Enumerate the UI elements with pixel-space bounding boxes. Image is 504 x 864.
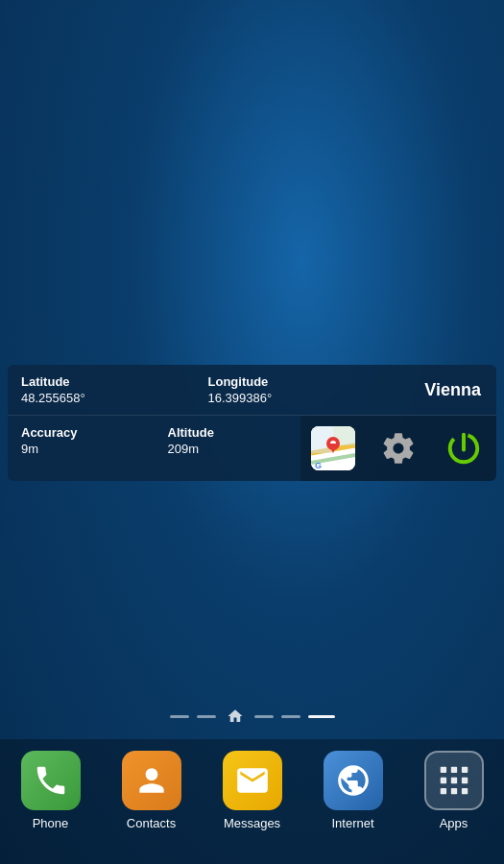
- home-icon: [227, 708, 244, 725]
- city-cell: Vienna: [381, 365, 496, 415]
- maps-icon: G: [311, 426, 355, 470]
- altitude-cell: Altitude 209m: [155, 416, 301, 481]
- power-icon: [445, 430, 482, 467]
- page-dot-4[interactable]: [254, 715, 274, 718]
- messages-label: Messages: [224, 816, 280, 830]
- svg-rect-18: [450, 788, 456, 794]
- page-indicator: [0, 705, 504, 728]
- phone-app-icon: [21, 751, 81, 810]
- internet-app-icon: [324, 751, 383, 810]
- longitude-value: 16.399386°: [208, 391, 369, 405]
- svg-rect-19: [461, 788, 467, 794]
- accuracy-label: Accuracy: [21, 425, 141, 440]
- latitude-label: Latitude: [21, 374, 181, 389]
- location-widget: Latitude 48.255658° Longitude 16.399386°…: [8, 365, 496, 481]
- svg-text:G: G: [315, 461, 322, 470]
- svg-rect-14: [440, 778, 445, 783]
- apps-app-icon: [424, 751, 484, 810]
- altitude-label: Altitude: [168, 425, 288, 440]
- widget-action-buttons: G: [300, 416, 496, 481]
- envelope-icon: [234, 762, 271, 799]
- internet-label: Internet: [331, 816, 373, 830]
- power-button[interactable]: [431, 416, 496, 481]
- page-dot-6-active[interactable]: [308, 715, 335, 718]
- altitude-value: 209m: [168, 442, 288, 456]
- page-dot-1[interactable]: [170, 715, 189, 718]
- dock-item-internet[interactable]: Internet: [307, 751, 398, 830]
- city-name: Vienna: [424, 380, 481, 400]
- svg-rect-11: [440, 767, 445, 773]
- contacts-app-icon: [122, 751, 181, 810]
- svg-rect-15: [450, 778, 456, 783]
- longitude-label: Longitude: [208, 374, 369, 389]
- dock: Phone Contacts Messages Internet: [0, 739, 504, 864]
- messages-app-icon: [223, 751, 282, 810]
- page-dot-2[interactable]: [197, 715, 216, 718]
- svg-rect-13: [461, 767, 467, 773]
- maps-button[interactable]: G: [300, 416, 366, 481]
- dock-item-apps[interactable]: Apps: [408, 751, 499, 830]
- accuracy-value: 9m: [21, 442, 141, 456]
- latitude-value: 48.255658°: [21, 391, 181, 405]
- settings-button[interactable]: [366, 416, 431, 481]
- contacts-label: Contacts: [127, 816, 176, 830]
- settings-icon: [380, 430, 417, 467]
- grid-icon: [436, 762, 472, 799]
- longitude-cell: Longitude 16.399386°: [195, 365, 382, 415]
- apps-label: Apps: [440, 816, 468, 830]
- globe-icon: [335, 762, 372, 799]
- page-dot-5[interactable]: [281, 715, 300, 718]
- dock-item-phone[interactable]: Phone: [5, 751, 96, 830]
- phone-icon: [33, 762, 69, 799]
- phone-label: Phone: [33, 816, 69, 830]
- svg-rect-17: [440, 788, 445, 794]
- latitude-cell: Latitude 48.255658°: [8, 365, 195, 415]
- accuracy-cell: Accuracy 9m: [8, 416, 155, 481]
- dock-item-contacts[interactable]: Contacts: [106, 751, 197, 830]
- home-dot[interactable]: [224, 705, 247, 728]
- person-icon: [133, 762, 170, 799]
- dock-item-messages[interactable]: Messages: [206, 751, 298, 830]
- svg-rect-16: [461, 778, 467, 783]
- svg-rect-12: [450, 767, 456, 773]
